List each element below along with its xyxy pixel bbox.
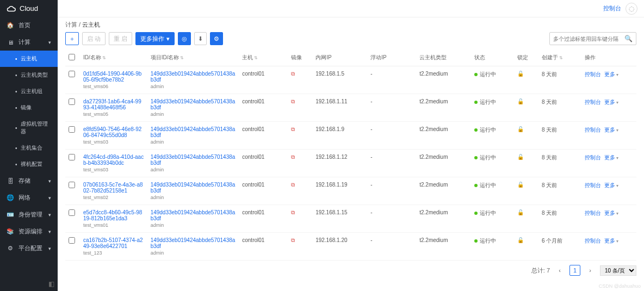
vm-id-link[interactable]: e5d7dcc8-4b60-49c5-9819-812b165e1da3 bbox=[83, 209, 144, 221]
restart-button[interactable]: 重 启 bbox=[109, 32, 132, 45]
sidebar-item-3[interactable]: 云主机类型 bbox=[0, 67, 58, 83]
row-console-link[interactable]: 控制台 bbox=[585, 127, 601, 133]
ip-cell: 192.168.1.19 bbox=[312, 177, 367, 205]
sidebar-item-label: 平台配置 bbox=[18, 244, 42, 252]
row-checkbox[interactable] bbox=[69, 209, 75, 216]
row-checkbox[interactable] bbox=[69, 154, 75, 160]
row-more-link[interactable]: 更多▾ bbox=[604, 210, 618, 216]
image-broken-icon[interactable]: ⧉ bbox=[291, 237, 295, 243]
sidebar-item-6[interactable]: 虚拟机管理器 bbox=[0, 116, 58, 140]
col-ip[interactable]: 内网IP bbox=[315, 54, 331, 60]
sidebar-item-8[interactable]: 裸机配置 bbox=[0, 156, 58, 172]
row-console-link[interactable]: 控制台 bbox=[585, 71, 601, 77]
page-number[interactable]: 1 bbox=[569, 265, 580, 276]
row-console-link[interactable]: 控制台 bbox=[585, 154, 601, 160]
breadcrumb-root[interactable]: 计算 bbox=[65, 21, 77, 28]
col-created[interactable]: 创建于 bbox=[542, 54, 558, 60]
unlock-icon[interactable]: 🔓 bbox=[517, 98, 524, 104]
col-image[interactable]: 镜像 bbox=[291, 54, 302, 60]
sidebar-item-7[interactable]: 主机集合 bbox=[0, 140, 58, 156]
image-broken-icon[interactable]: ⧉ bbox=[291, 154, 295, 160]
sidebar-item-13[interactable]: ⚙平台配置▾ bbox=[0, 240, 58, 257]
sidebar-item-10[interactable]: 🌐网络▾ bbox=[0, 189, 58, 206]
unlock-icon[interactable]: 🔓 bbox=[517, 71, 524, 77]
chevron-down-icon: ▾ bbox=[48, 40, 51, 45]
sidebar-item-2[interactable]: 云主机 bbox=[0, 51, 58, 67]
created-cell: 8 天前 bbox=[538, 150, 581, 177]
row-checkbox[interactable] bbox=[69, 98, 75, 105]
col-id[interactable]: ID/名称 bbox=[83, 54, 101, 60]
col-lock[interactable]: 锁定 bbox=[517, 54, 528, 60]
project-id-link[interactable]: 149dd33eb019424abbde5701438ab3df bbox=[151, 209, 236, 221]
project-name: admin bbox=[151, 112, 236, 117]
search-box[interactable]: 🔍 bbox=[549, 32, 636, 45]
col-status[interactable]: 状态 bbox=[474, 54, 485, 60]
image-broken-icon[interactable]: ⧉ bbox=[291, 98, 295, 104]
col-host[interactable]: 主机 bbox=[242, 54, 253, 60]
unlock-icon[interactable]: 🔓 bbox=[517, 209, 524, 215]
sidebar-item-5[interactable]: 镜像 bbox=[0, 100, 58, 116]
project-id-link[interactable]: 149dd33eb019424abbde5701438ab3df bbox=[151, 98, 236, 110]
settings-button[interactable]: ⚙ bbox=[210, 32, 223, 45]
row-more-link[interactable]: 更多▾ bbox=[604, 182, 618, 188]
vm-id-link[interactable]: da27293f-1ab6-4ca4-9993-41488e468f56 bbox=[83, 98, 144, 110]
row-checkbox[interactable] bbox=[69, 182, 75, 188]
col-type[interactable]: 云主机类型 bbox=[419, 54, 447, 60]
row-more-link[interactable]: 更多▾ bbox=[604, 238, 618, 244]
sidebar-item-9[interactable]: 🗄存储▾ bbox=[0, 172, 58, 189]
project-id-link[interactable]: 149dd33eb019424abbde5701438ab3df bbox=[151, 237, 236, 249]
row-checkbox[interactable] bbox=[69, 126, 75, 133]
row-more-link[interactable]: 更多▾ bbox=[604, 127, 618, 133]
row-console-link[interactable]: 控制台 bbox=[585, 238, 601, 244]
chevron-down-icon: ▾ bbox=[166, 35, 170, 42]
row-console-link[interactable]: 控制台 bbox=[585, 99, 601, 105]
vm-id-link[interactable]: e8fd5940-7546-46e8-9206-84749c55d0d8 bbox=[83, 126, 144, 138]
sidebar-item-4[interactable]: 云主机组 bbox=[0, 83, 58, 100]
sidebar-item-11[interactable]: 🪪身份管理▾ bbox=[0, 206, 58, 223]
image-broken-icon[interactable]: ⧉ bbox=[291, 182, 295, 188]
vm-id-link[interactable]: 0d1fd5d4-1990-4406-9b05-6f9cf9be78b2 bbox=[83, 71, 144, 83]
host-cell: control01 bbox=[239, 122, 288, 150]
console-link[interactable]: 控制台 bbox=[603, 4, 621, 13]
unlock-icon[interactable]: 🔓 bbox=[517, 126, 524, 132]
row-more-link[interactable]: 更多▾ bbox=[604, 154, 618, 160]
project-id-link[interactable]: 149dd33eb019424abbde5701438ab3df bbox=[151, 182, 236, 194]
row-checkbox[interactable] bbox=[69, 71, 75, 77]
select-all-checkbox[interactable] bbox=[69, 54, 75, 60]
next-page-button[interactable]: › bbox=[585, 265, 596, 276]
project-id-link[interactable]: 149dd33eb019424abbde5701438ab3df bbox=[151, 126, 236, 138]
image-broken-icon[interactable]: ⧉ bbox=[291, 71, 295, 77]
host-cell: control01 bbox=[239, 94, 288, 122]
project-id-link[interactable]: 149dd33eb019424abbde5701438ab3df bbox=[151, 71, 236, 83]
unlock-icon[interactable]: 🔓 bbox=[517, 182, 524, 188]
row-console-link[interactable]: 控制台 bbox=[585, 210, 601, 216]
search-input[interactable] bbox=[553, 36, 624, 42]
col-floatip[interactable]: 浮动IP bbox=[370, 54, 386, 60]
prev-page-button[interactable]: ‹ bbox=[554, 265, 565, 276]
download-button[interactable]: ⬇ bbox=[194, 32, 207, 45]
vm-id-link[interactable]: 07b06163-5c7e-4a3e-a802-7b82d52158e1 bbox=[83, 182, 144, 194]
image-broken-icon[interactable]: ⧉ bbox=[291, 126, 295, 132]
page-size-select[interactable]: 10 条/页 bbox=[600, 265, 636, 276]
view-toggle-button[interactable]: ◎ bbox=[178, 32, 191, 45]
col-project[interactable]: 项目ID/名称 bbox=[151, 54, 179, 60]
sidebar-collapse-icon[interactable]: ◧ bbox=[0, 277, 58, 291]
unlock-icon[interactable]: 🔓 bbox=[517, 237, 524, 243]
sidebar-item-0[interactable]: 🏠首页 bbox=[0, 17, 58, 34]
row-more-link[interactable]: 更多▾ bbox=[604, 71, 618, 77]
sidebar-item-1[interactable]: 🖥计算▾ bbox=[0, 34, 58, 51]
unlock-icon[interactable]: 🔓 bbox=[517, 154, 524, 160]
start-button[interactable]: 启 动 bbox=[82, 32, 106, 45]
row-checkbox[interactable] bbox=[69, 237, 75, 244]
row-console-link[interactable]: 控制台 bbox=[585, 182, 601, 188]
image-broken-icon[interactable]: ⧉ bbox=[291, 209, 295, 215]
row-more-link[interactable]: 更多▾ bbox=[604, 99, 618, 105]
sidebar-item-12[interactable]: 📚资源编排▾ bbox=[0, 223, 58, 240]
more-actions-button[interactable]: 更多操作 ▾ bbox=[135, 32, 175, 45]
project-id-link[interactable]: 149dd33eb019424abbde5701438ab3df bbox=[151, 154, 236, 166]
vm-id-link[interactable]: 4fc264cd-d98a-410d-aacb-b4b33934b0dc bbox=[83, 154, 144, 166]
user-avatar[interactable]: ◌ bbox=[626, 3, 637, 15]
create-button[interactable]: ＋ bbox=[65, 32, 79, 45]
id-icon: 🪪 bbox=[7, 211, 14, 218]
vm-id-link[interactable]: ca167b2b-5107-4374-a249-93e8e6422701 bbox=[83, 237, 144, 249]
